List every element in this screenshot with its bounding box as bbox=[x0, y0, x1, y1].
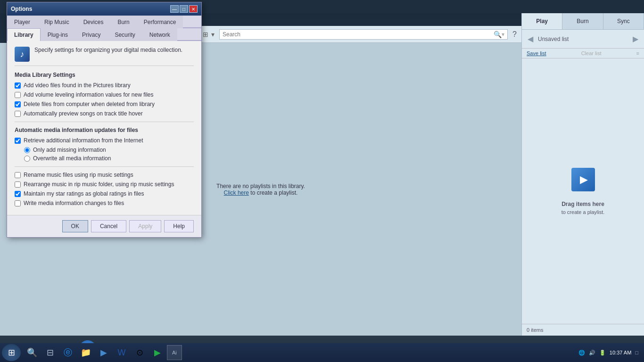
taskbar-network-icon: 🌐 bbox=[578, 350, 585, 356]
taskbar-search[interactable]: 🔍 bbox=[24, 344, 41, 361]
retrieve-checkbox-row: Retrieve additional information from the… bbox=[15, 137, 194, 144]
tab-rip-music[interactable]: Rip Music bbox=[37, 16, 76, 28]
section1-title: Media Library Settings bbox=[15, 72, 194, 78]
taskbar-task-view[interactable]: ⊟ bbox=[41, 344, 58, 361]
taskbar-search-icon: 🔍 bbox=[27, 347, 37, 358]
taskbar: ⊞ 🔍 ⊟ ⓔ 📁 ▶ W ⊙ ▶ Ai 🌐 🔊 🔋 10:37 AM □ bbox=[0, 343, 644, 362]
radio-row-0: Only add missing information bbox=[15, 147, 194, 153]
taskbar-chrome[interactable]: ⊙ bbox=[131, 344, 148, 361]
auto-update-section: Automatic media information updates for … bbox=[15, 127, 194, 162]
dialog-footer: OK Cancel Apply Help bbox=[7, 215, 201, 237]
dialog-tabs: Player Rip Music Devices Burn Performanc… bbox=[7, 16, 201, 28]
dialog-overlay: Options — □ ✕ Player Rip Music Devices B… bbox=[0, 0, 644, 343]
checkbox-write[interactable] bbox=[15, 200, 21, 206]
section2-title: Automatic media information updates for … bbox=[15, 127, 194, 133]
checkbox-row-1: Add volume leveling information values f… bbox=[15, 91, 194, 98]
tab-plugins[interactable]: Plug-ins bbox=[41, 28, 75, 41]
taskbar-word[interactable]: W bbox=[113, 344, 130, 361]
apply-button[interactable]: Apply bbox=[129, 220, 161, 232]
taskbar-taskview-icon: ⊟ bbox=[47, 347, 54, 358]
taskbar-ie-icon: ⓔ bbox=[64, 347, 72, 358]
ok-button[interactable]: OK bbox=[62, 220, 88, 232]
dialog-titlebar: Options — □ ✕ bbox=[7, 2, 201, 16]
radio-add-missing[interactable] bbox=[24, 147, 30, 153]
checkbox-rearrange[interactable] bbox=[15, 181, 21, 188]
cancel-button[interactable]: Cancel bbox=[91, 220, 126, 232]
section-divider-2 bbox=[15, 166, 194, 167]
checkbox-write-label: Write media information changes to files bbox=[24, 200, 124, 206]
options-dialog: Options — □ ✕ Player Rip Music Devices B… bbox=[7, 2, 202, 238]
checkbox-rename[interactable] bbox=[15, 172, 21, 178]
checkbox-rearrange-row: Rearrange music in rip music folder, usi… bbox=[15, 181, 194, 188]
checkbox-write-row: Write media information changes to files bbox=[15, 200, 194, 206]
checkbox-add-volume-label: Add volume leveling information values f… bbox=[24, 91, 153, 98]
checkbox-add-video-label: Add video files found in the Pictures li… bbox=[24, 82, 131, 89]
taskbar-app-label: Ai bbox=[172, 350, 177, 355]
taskbar-explorer-icon: 📁 bbox=[81, 347, 91, 358]
dialog-minimize-btn[interactable]: — bbox=[170, 5, 179, 13]
checkbox-row-3: Automatically preview songs on track tit… bbox=[15, 110, 194, 117]
taskbar-green-icon: ▶ bbox=[154, 347, 161, 358]
taskbar-ie[interactable]: ⓔ bbox=[59, 344, 76, 361]
tab-devices[interactable]: Devices bbox=[76, 16, 111, 28]
radio-overwrite-label: Overwrite all media information bbox=[33, 155, 111, 162]
tab-burn[interactable]: Burn bbox=[110, 16, 136, 28]
tab-performance[interactable]: Performance bbox=[137, 16, 183, 28]
taskbar-wmp[interactable]: ▶ bbox=[95, 344, 112, 361]
checkbox-rearrange-label: Rearrange music in rip music folder, usi… bbox=[24, 181, 174, 188]
checkbox-auto-preview[interactable] bbox=[15, 111, 21, 117]
dialog-tabs-row2: Library Plug-ins Privacy Security Networ… bbox=[7, 28, 201, 41]
tab-security[interactable]: Security bbox=[107, 28, 142, 41]
taskbar-greenapp[interactable]: ▶ bbox=[149, 344, 166, 361]
checkbox-delete-files[interactable] bbox=[15, 101, 21, 107]
checkbox-row-2: Delete files from computer when deleted … bbox=[15, 101, 194, 107]
checkbox-retrieve-info-label: Retrieve additional information from the… bbox=[24, 137, 143, 144]
taskbar-right: 🌐 🔊 🔋 10:37 AM □ bbox=[578, 350, 642, 356]
taskbar-battery-icon: 🔋 bbox=[599, 350, 606, 356]
checkbox-rename-row: Rename music files using rip music setti… bbox=[15, 172, 194, 178]
dialog-media-icon bbox=[15, 47, 30, 62]
taskbar-word-icon: W bbox=[118, 348, 126, 358]
tab-player[interactable]: Player bbox=[7, 16, 37, 28]
help-button[interactable]: Help bbox=[164, 220, 194, 232]
dialog-content: Specify settings for organizing your dig… bbox=[7, 41, 201, 215]
checkbox-rename-label: Rename music files using rip music setti… bbox=[24, 172, 133, 178]
checkbox-maintain-row: Maintain my star ratings as global ratin… bbox=[15, 190, 194, 197]
dialog-window-controls: — □ ✕ bbox=[170, 5, 198, 13]
checkbox-auto-preview-label: Automatically preview songs on track tit… bbox=[24, 110, 143, 117]
checkbox-row-0: Add video files found in the Pictures li… bbox=[15, 82, 194, 89]
checkbox-add-volume[interactable] bbox=[15, 92, 21, 98]
radio-add-missing-label: Only add missing information bbox=[33, 147, 106, 153]
radio-overwrite[interactable] bbox=[24, 156, 30, 162]
taskbar-wmp-icon: ▶ bbox=[100, 347, 107, 358]
dialog-description: Specify settings for organizing your dig… bbox=[15, 47, 194, 66]
taskbar-volume-icon: 🔊 bbox=[589, 350, 595, 356]
taskbar-active-app[interactable]: Ai bbox=[167, 345, 182, 360]
section-divider bbox=[15, 122, 194, 122]
checkbox-maintain-label: Maintain my star ratings as global ratin… bbox=[24, 190, 144, 197]
taskbar-time: 10:37 AM bbox=[610, 350, 631, 355]
dialog-maximize-btn[interactable]: □ bbox=[180, 5, 188, 13]
dialog-title: Options bbox=[11, 6, 32, 12]
checkbox-retrieve-info[interactable] bbox=[15, 138, 21, 144]
dialog-description-text: Specify settings for organizing your dig… bbox=[34, 47, 182, 53]
radio-row-1: Overwrite all media information bbox=[15, 155, 194, 162]
start-button[interactable]: ⊞ bbox=[2, 344, 21, 361]
checkbox-maintain[interactable] bbox=[15, 191, 21, 197]
tab-privacy[interactable]: Privacy bbox=[75, 28, 107, 41]
tab-network[interactable]: Network bbox=[142, 28, 177, 41]
checkbox-add-video[interactable] bbox=[15, 82, 21, 89]
taskbar-notification-icon[interactable]: □ bbox=[635, 350, 638, 355]
checkbox-delete-files-label: Delete files from computer when deleted … bbox=[24, 101, 155, 107]
taskbar-chrome-icon: ⊙ bbox=[136, 347, 143, 358]
taskbar-explorer[interactable]: 📁 bbox=[77, 344, 94, 361]
tab-library[interactable]: Library bbox=[7, 28, 41, 41]
dialog-close-btn[interactable]: ✕ bbox=[189, 5, 198, 13]
